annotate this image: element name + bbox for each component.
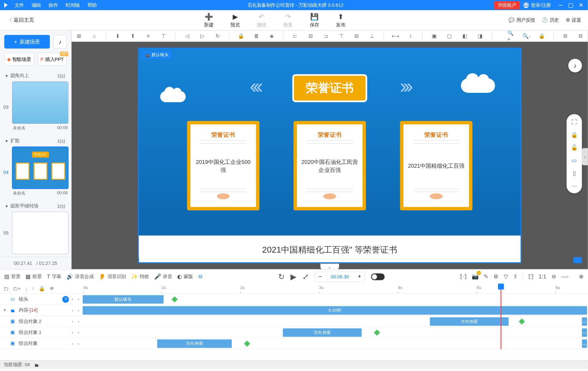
dist-v-icon[interactable]: ↕ bbox=[407, 32, 415, 40]
align-right-icon[interactable]: ⊐ bbox=[322, 32, 330, 40]
close-button[interactable]: ✕ bbox=[579, 2, 584, 8]
feedback-link[interactable]: 💬用户反馈 bbox=[509, 17, 535, 24]
zoom-out-small-icon[interactable]: ⊖ bbox=[552, 273, 556, 280]
edit-tool-icon[interactable]: ✎ bbox=[484, 273, 489, 280]
history-link[interactable]: 🕐历史 bbox=[542, 17, 559, 24]
camera-tool-icon[interactable]: 📷 bbox=[472, 273, 479, 280]
settings-link[interactable]: ⚙设置 bbox=[566, 17, 581, 24]
up-icon[interactable]: ↑ bbox=[32, 286, 35, 291]
keyframe-diamond[interactable] bbox=[171, 296, 178, 303]
canvas[interactable]: 📹默认镜头 ‹‹‹ 荣誉证书 ››› 荣誉证书 2019中国化工企业500强 荣 bbox=[138, 48, 522, 263]
clip-content[interactable]: 6.30秒 bbox=[83, 306, 587, 315]
lock-icon[interactable]: 🔒 bbox=[39, 286, 45, 291]
scene-thumbnail[interactable]: 荣誉证书 bbox=[12, 146, 69, 189]
align-top-icon[interactable]: ⊤ bbox=[160, 32, 167, 40]
back-home-button[interactable]: 〈 返回主页 bbox=[0, 16, 41, 24]
flip-v-icon[interactable]: ▷ bbox=[198, 32, 206, 40]
mobile-icon[interactable]: ▯ bbox=[571, 169, 578, 176]
align-center-icon[interactable]: ⊟ bbox=[307, 32, 314, 40]
time-minus-button[interactable]: − bbox=[315, 272, 326, 281]
subtitle-button[interactable]: T字幕 bbox=[47, 273, 61, 280]
dist-h-icon[interactable]: ⟷ bbox=[391, 32, 399, 40]
timeline-row-group[interactable]: ▣组合对象•• 方向伸展 — bbox=[0, 338, 588, 349]
zoom-in-small-icon[interactable]: ⊕ bbox=[579, 273, 584, 280]
keyframe-diamond[interactable] bbox=[243, 340, 250, 347]
publish-button[interactable]: ⬆发布 bbox=[336, 13, 345, 28]
align-vbot-icon[interactable]: ⊥ bbox=[368, 32, 376, 40]
mask-button[interactable]: ◐蒙版 bbox=[177, 273, 193, 280]
download-icon[interactable]: ⬇ bbox=[114, 32, 121, 40]
undo-button[interactable]: ↶撤销 bbox=[257, 13, 266, 28]
timeline-row-camera[interactable]: ▭镜头?•• 默认镜头 bbox=[0, 294, 588, 305]
time-plus-button[interactable]: + bbox=[354, 272, 365, 281]
clip-direction[interactable]: 方向伸展 bbox=[157, 339, 232, 348]
clip-end[interactable]: — bbox=[582, 339, 587, 348]
time-input[interactable] bbox=[325, 272, 354, 281]
fx-button[interactable]: ✨特效 bbox=[131, 273, 149, 280]
redo-button[interactable]: ↷恢复 bbox=[283, 13, 293, 28]
maximize-button[interactable]: ▢ bbox=[568, 2, 573, 8]
bring-front-icon[interactable]: ▣ bbox=[430, 32, 438, 40]
clip-direction[interactable]: 方向伸展 bbox=[283, 328, 361, 337]
transition-header[interactable]: ▸圆形平铺转场 1(s) bbox=[3, 200, 69, 212]
fullscreen-icon[interactable]: ⛶ bbox=[571, 118, 578, 125]
crop-icon[interactable]: ◈ bbox=[268, 32, 276, 40]
save-button[interactable]: 💾保存 bbox=[310, 13, 319, 28]
new-scene-button[interactable]: +新建场景 bbox=[4, 35, 50, 48]
transition-header[interactable]: ▸圆角向上 1(s) bbox=[3, 70, 69, 81]
lock-open-icon[interactable]: 🔓 bbox=[571, 144, 578, 151]
menu-action[interactable]: 操作 bbox=[48, 2, 58, 8]
paste-icon[interactable]: ⧉ bbox=[577, 32, 584, 40]
toggle-switch[interactable] bbox=[371, 273, 384, 280]
menu-help[interactable]: 帮助 bbox=[87, 2, 97, 8]
keyframe-diamond[interactable] bbox=[373, 329, 380, 336]
flip-h-icon[interactable]: ◁ bbox=[183, 32, 191, 40]
align-vmid-icon[interactable]: ⊟ bbox=[353, 32, 360, 40]
bring-fwd-icon[interactable]: ◧ bbox=[461, 32, 469, 40]
filter-icon[interactable]: ▽ bbox=[504, 273, 508, 280]
ai-scene-button[interactable]: ◆智能场景 bbox=[4, 53, 34, 66]
playhead[interactable] bbox=[498, 284, 504, 289]
play-button[interactable]: ▶ bbox=[290, 272, 296, 281]
align-middle-icon[interactable]: ≡ bbox=[144, 32, 152, 40]
share-icon[interactable]: ⇪ bbox=[513, 273, 518, 280]
ruler-icon[interactable]: ⊞ bbox=[75, 32, 83, 40]
panel-dragger[interactable]: ⌄ bbox=[320, 264, 339, 269]
send-back-icon[interactable]: ▢ bbox=[446, 32, 453, 40]
keyframe-diamond[interactable] bbox=[518, 318, 525, 325]
scene-list[interactable]: ▸圆角向上 1(s) 03 未命名00:09 ▸扩散 1(s) 04 荣誉证书 bbox=[0, 70, 71, 256]
zoom-in-icon[interactable]: 🔍+ bbox=[507, 32, 515, 40]
replay-button[interactable]: ↻ bbox=[278, 272, 285, 281]
send-bwd-icon[interactable]: ◨ bbox=[476, 32, 484, 40]
insert-ppt-button[interactable]: P插入PPTVIP bbox=[37, 53, 67, 66]
timeline-ruler[interactable]: 0s 1s 2s 3s 4s 5s 6s bbox=[83, 284, 588, 293]
bracket-icon[interactable]: ⟦⟧ bbox=[528, 273, 533, 280]
clip-default-camera[interactable]: 默认镜头 bbox=[83, 295, 164, 304]
timeline-row-group1[interactable]: ▣组合对象 1•• 方向伸展 — bbox=[0, 327, 588, 338]
help-badge[interactable]: ? bbox=[62, 296, 69, 303]
menu-file[interactable]: 文件 bbox=[15, 2, 24, 8]
folder-plus-icon[interactable]: 🗀+ bbox=[13, 286, 21, 291]
folder-icon[interactable]: 🗀 bbox=[4, 286, 9, 291]
expand-icon[interactable]: ▾ bbox=[4, 307, 8, 313]
fg-button[interactable]: ▩前景 bbox=[25, 273, 42, 280]
tts-button[interactable]: 🔊语音合成 bbox=[66, 273, 94, 280]
record-button[interactable]: 🎤录音 bbox=[154, 273, 172, 280]
user-login[interactable]: 登录/注册 bbox=[520, 2, 554, 8]
more-icon[interactable]: ⋯ bbox=[571, 182, 578, 189]
zoom-slider-icon[interactable]: —◦ bbox=[561, 273, 569, 280]
lock-zoom-icon[interactable]: 🔒 bbox=[538, 32, 546, 40]
settings-tool-icon[interactable]: ⚙ bbox=[493, 273, 499, 280]
music-float-button[interactable]: ♪ bbox=[568, 59, 582, 72]
scene-item-5[interactable]: 05 bbox=[3, 212, 69, 254]
scene-thumbnail[interactable] bbox=[12, 81, 69, 124]
screen-icon[interactable]: ▭ bbox=[571, 157, 578, 164]
timeline-row-content[interactable]: ▾🖿内容-[14]•• 6.30秒 bbox=[0, 305, 588, 316]
clip-end[interactable]: — bbox=[582, 328, 587, 337]
fullscreen-button[interactable]: ⤢ bbox=[302, 272, 309, 281]
transition-header[interactable]: ▸扩散 1(s) bbox=[3, 135, 69, 146]
clip-direction[interactable]: 方向伸展 bbox=[430, 317, 509, 326]
copy-icon[interactable]: ⧉ bbox=[562, 32, 569, 40]
right-panel-toggle[interactable]: ‹ bbox=[582, 148, 588, 165]
delete-icon[interactable]: 🗑 bbox=[253, 32, 260, 40]
